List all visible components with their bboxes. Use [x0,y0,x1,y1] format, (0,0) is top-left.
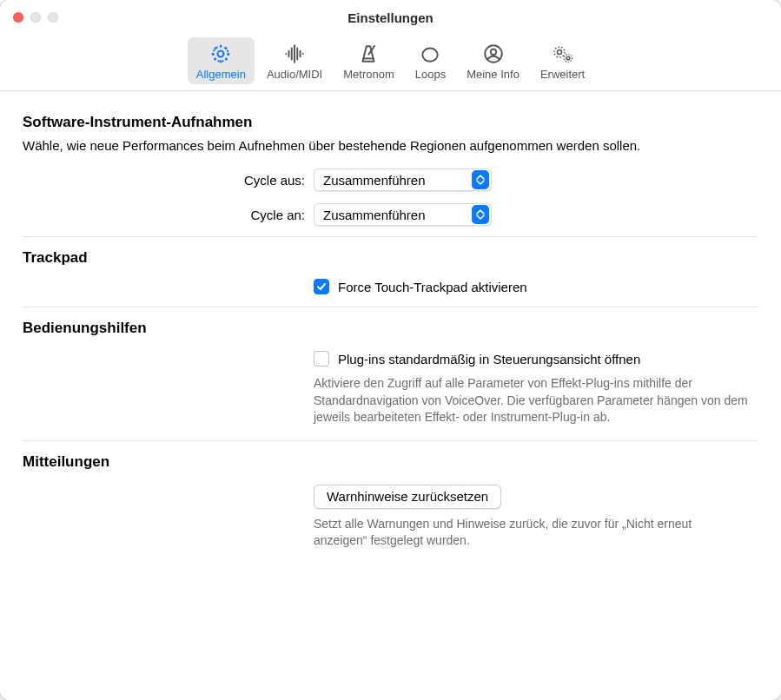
tab-general[interactable]: Allgemein [188,37,255,84]
cycle-on-popup[interactable]: Zusammenführen [314,203,492,226]
traffic-lights [0,12,58,23]
loop-icon [417,41,443,67]
svg-point-4 [490,50,496,56]
svg-point-7 [566,56,570,60]
section-notifications-heading: Mitteilungen [23,453,758,471]
gear-icon [208,41,234,67]
chevron-up-down-icon [472,205,489,224]
toolbar: Allgemein Audio/MIDI Metronom [0,35,781,91]
cycle-on-row: Cycle an: Zusammenführen [23,203,758,226]
gears-icon [550,41,576,67]
svg-point-0 [218,51,224,57]
titlebar: Einstellungen [0,0,781,35]
divider [23,236,758,237]
cycle-on-label: Cycle an: [23,208,314,222]
cycle-off-value: Zusammenführen [323,173,426,188]
reset-warnings-button[interactable]: Warnhinweise zurücksetzen [314,485,501,509]
section-software-instrument-description: Wähle, wie neue Performances beim Aufneh… [23,138,758,153]
plugins-default-view-checkbox[interactable] [314,351,329,367]
section-trackpad-heading: Trackpad [23,249,758,267]
svg-point-5 [557,50,561,55]
divider [23,307,758,307]
svg-point-2 [423,49,438,62]
notifications-help-text: Setzt alle Warnungen und Hinweise zurück… [314,516,748,550]
cycle-on-value: Zusammenführen [323,208,426,222]
tab-loops[interactable]: Loops [407,37,454,84]
svg-point-8 [564,55,572,63]
cycle-off-label: Cycle aus: [23,173,314,188]
tab-advanced[interactable]: Erweitert [532,37,593,84]
plugins-default-view-label: Plug-ins standardmäßig in Steuerungsansi… [338,351,640,368]
tab-label: Erweitert [540,68,585,81]
section-software-instrument-heading: Software-Instrument-Aufnahmen [23,114,758,131]
window-title: Einstellungen [0,10,781,25]
tab-label: Meine Info [467,68,520,81]
content: Software-Instrument-Aufnahmen Wähle, wie… [0,91,781,567]
force-touch-checkbox[interactable] [314,279,329,294]
tab-audio-midi[interactable]: Audio/MIDI [258,37,331,84]
tab-label: Loops [415,68,446,81]
cycle-off-popup[interactable]: Zusammenführen [314,168,492,191]
force-touch-label: Force Touch-Trackpad aktivieren [338,279,527,296]
metronome-icon [355,41,381,67]
accessibility-help-text: Aktiviere den Zugriff auf alle Parameter… [314,375,748,426]
person-circle-icon [480,41,506,67]
close-button[interactable] [13,12,23,23]
tab-label: Audio/MIDI [267,68,322,81]
svg-point-6 [554,47,565,57]
chevron-up-down-icon [472,170,489,189]
cycle-off-row: Cycle aus: Zusammenführen [23,168,758,191]
section-accessibility-heading: Bedienungshilfen [23,320,758,337]
tab-my-info[interactable]: Meine Info [458,37,528,84]
tab-label: Allgemein [196,68,246,81]
preferences-window: Einstellungen Allgemein Audio/MIDI [0,0,781,700]
tab-label: Metronom [343,68,394,81]
minimize-button[interactable] [30,12,41,23]
tab-metronome[interactable]: Metronom [334,37,403,84]
zoom-button[interactable] [48,12,58,23]
waveform-icon [281,41,308,67]
divider [23,440,758,441]
